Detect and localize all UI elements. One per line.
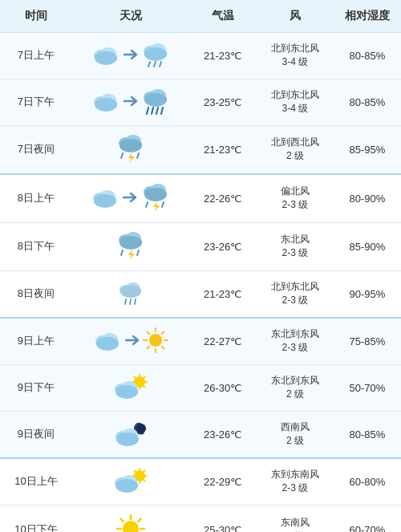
svg-line-108 (120, 518, 124, 522)
weather-icon-sun (142, 327, 169, 356)
table-row: 9日夜间 23-26℃西南风2 级80-85% (0, 411, 401, 458)
weather-icon-thunder-rain (140, 183, 172, 214)
svg-point-61 (96, 337, 119, 350)
humidity-cell: 75-85% (334, 318, 401, 365)
wind-cell: 东到东南风2-3 级 (257, 458, 334, 506)
time-cell: 8日下午 (0, 222, 72, 270)
transition-arrow-icon (123, 93, 139, 112)
table-row: 9日下午 26-30℃东北到东风2 级50-70% (0, 364, 401, 411)
humidity-cell: 90-95% (334, 270, 401, 318)
svg-line-48 (121, 250, 123, 255)
svg-point-15 (95, 98, 117, 111)
time-cell: 8日夜间 (0, 270, 72, 318)
weather-icon-cloud (91, 43, 121, 68)
weather-icons (75, 231, 186, 262)
weather-icon-moon-cloud (113, 420, 148, 449)
wind-cell: 西南风2 级 (257, 411, 334, 458)
humidity-cell: 85-90% (334, 222, 401, 270)
transition-arrow-icon (123, 47, 139, 65)
svg-line-95 (134, 470, 136, 472)
weather-icons (75, 279, 186, 309)
humidity-cell: 80-85% (334, 411, 401, 458)
weather-icon-cloud-rain (140, 41, 171, 71)
weather-icon-cloud-sun (112, 373, 149, 403)
sky-cell (72, 318, 189, 365)
time-cell: 9日下午 (0, 364, 72, 411)
temp-cell: 26-30℃ (189, 364, 257, 411)
weather-icon-thunder-rain (115, 231, 147, 262)
svg-line-110 (138, 518, 141, 522)
temp-cell: 23-26℃ (189, 411, 257, 458)
sky-cell (72, 270, 189, 318)
svg-point-85 (136, 424, 146, 433)
temp-cell: 21-23℃ (189, 32, 257, 79)
svg-point-20 (144, 93, 167, 106)
weather-icon-cloud (90, 186, 120, 211)
table-row: 10日上午 22-29℃东到东南风2-3 级60-80% (0, 458, 401, 506)
table-row: 7日上午 21-23℃北到东北风3-4 级80-85% (0, 32, 401, 79)
svg-line-9 (148, 62, 150, 67)
svg-point-63 (149, 334, 162, 347)
table-row: 7日下午 23-25℃北到东北风3-4 级80-85% (0, 79, 401, 125)
svg-point-54 (120, 285, 141, 297)
weather-icon-light-rain (116, 279, 145, 309)
sky-cell (72, 222, 189, 270)
svg-line-55 (125, 299, 126, 304)
humidity-cell: 60-70% (334, 505, 401, 532)
temp-cell: 22-26℃ (189, 174, 257, 223)
humidity-cell: 80-85% (334, 32, 401, 79)
svg-line-69 (162, 346, 164, 348)
temp-cell: 25-30℃ (189, 505, 257, 532)
transition-arrow-icon (124, 332, 140, 351)
svg-marker-31 (128, 152, 135, 163)
weather-icon-heavy-rain (140, 87, 171, 117)
weather-icon-cloud (91, 90, 121, 115)
wind-cell: 东北风2-3 级 (257, 222, 334, 270)
temp-cell: 21-23℃ (189, 270, 257, 318)
svg-line-97 (143, 470, 144, 472)
col-header-sky: 天况 (72, 0, 189, 32)
wind-cell: 偏北风2-3 级 (257, 174, 334, 223)
temp-cell: 22-27℃ (189, 318, 257, 365)
temp-cell: 22-29℃ (189, 458, 257, 506)
transition-arrow-icon (122, 189, 138, 208)
weather-icon-thunder-rain (115, 134, 147, 165)
svg-line-78 (143, 385, 144, 387)
time-cell: 10日下午 (0, 505, 72, 532)
humidity-cell: 80-90% (334, 174, 401, 223)
svg-line-41 (146, 202, 148, 207)
svg-point-3 (95, 51, 117, 64)
wind-cell: 东北到东风2 级 (257, 364, 334, 411)
weather-table: 时间 天况 气温 风 相对湿度 7日上午 21-23℃北到东北风3-4 级80-… (0, 0, 401, 532)
svg-point-102 (115, 479, 138, 492)
sky-cell (72, 411, 189, 458)
svg-line-22 (152, 108, 153, 114)
svg-marker-43 (153, 201, 160, 212)
svg-line-70 (162, 331, 164, 334)
wind-cell: 北到西北风2 级 (257, 125, 334, 174)
svg-line-71 (147, 346, 149, 348)
svg-line-30 (137, 153, 139, 158)
table-row: 8日下午 23-26℃东北风2-3 级85-90% (0, 222, 401, 270)
weather-icon-cloud-sun (112, 467, 149, 497)
col-header-humidity: 相对湿度 (334, 0, 401, 32)
table-row: 7日夜间 21-23℃北到西北风2 级85-95% (0, 125, 401, 174)
time-cell: 8日上午 (0, 174, 72, 223)
weather-icons (75, 420, 186, 449)
weather-icons (75, 134, 186, 165)
temp-cell: 21-23℃ (189, 125, 257, 174)
svg-point-103 (123, 521, 139, 532)
wind-cell: 北到东北风3-4 级 (257, 32, 334, 79)
svg-line-23 (156, 108, 158, 114)
table-header-row: 时间 天况 气温 风 相对湿度 (0, 0, 401, 32)
sky-cell (72, 32, 189, 79)
weather-icons (75, 41, 186, 71)
table-row: 10日下午 25-30℃东南风3 级60-70% (0, 505, 401, 532)
weather-icons (75, 373, 186, 403)
wind-cell: 北到东北风3-4 级 (257, 79, 334, 125)
humidity-cell: 85-95% (334, 125, 401, 174)
svg-line-77 (134, 376, 136, 378)
svg-line-68 (147, 331, 149, 334)
time-cell: 9日夜间 (0, 411, 72, 458)
sky-cell (72, 364, 189, 411)
